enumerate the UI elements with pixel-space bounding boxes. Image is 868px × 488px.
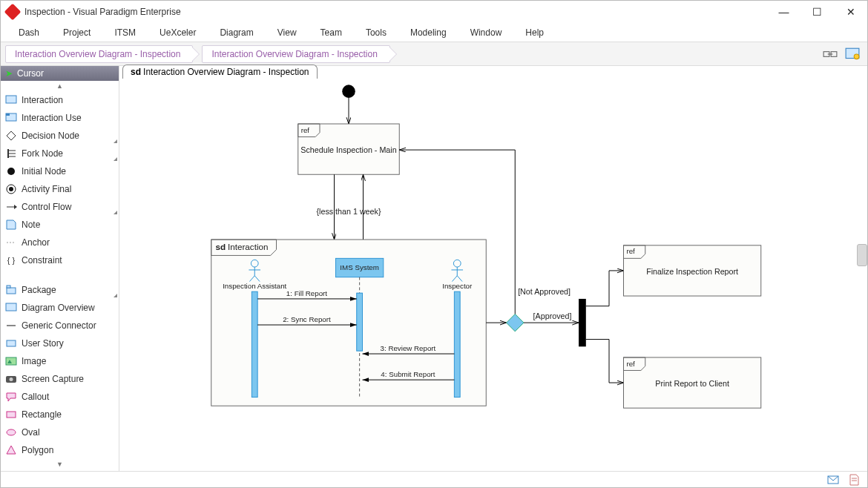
status-bar bbox=[1, 471, 867, 487]
ref-finalize-inspection-report[interactable]: ref Finalize Inspection Report bbox=[624, 245, 761, 296]
diagram-canvas[interactable]: sd Interaction Overview Diagram - Inspec… bbox=[119, 66, 867, 471]
palette-polygon[interactable]: Polygon bbox=[1, 441, 119, 459]
anchor-icon bbox=[5, 237, 17, 248]
interaction-use-icon bbox=[5, 112, 17, 124]
svg-point-29 bbox=[7, 429, 16, 435]
menu-window[interactable]: Window bbox=[458, 24, 514, 41]
svg-rect-20 bbox=[7, 286, 10, 288]
palette-collapse-bottom[interactable]: ▼ bbox=[1, 459, 119, 469]
app-window: Inspection - Visual Paradigm Enterprise … bbox=[0, 0, 868, 488]
close-button[interactable]: ✕ bbox=[834, 1, 867, 23]
svg-text:ref: ref bbox=[626, 248, 635, 256]
palette-initial-node[interactable]: Initial Node bbox=[1, 162, 119, 180]
svg-text:Schedule Inspection - Main: Schedule Inspection - Main bbox=[300, 145, 396, 154]
palette-activity-final[interactable]: Activity Final bbox=[1, 180, 119, 198]
initial-node-icon bbox=[5, 165, 17, 177]
mail-icon[interactable] bbox=[827, 474, 839, 486]
activity-final-icon bbox=[5, 183, 17, 195]
svg-text:sd Interaction: sd Interaction bbox=[216, 242, 269, 251]
body: ➤ Cursor ▲ Interaction Interaction Use D… bbox=[1, 66, 867, 471]
svg-text:2: Sync Report: 2: Sync Report bbox=[283, 315, 331, 323]
minimize-button[interactable]: — bbox=[767, 1, 800, 23]
menu-diagram[interactable]: Diagram bbox=[208, 24, 265, 41]
svg-rect-21 bbox=[6, 303, 16, 311]
window-title: Inspection - Visual Paradigm Enterprise bbox=[24, 7, 181, 17]
menu-project[interactable]: Project bbox=[51, 24, 102, 41]
maximize-button[interactable]: ☐ bbox=[800, 1, 834, 23]
window-icon[interactable] bbox=[845, 47, 860, 62]
palette-diagram-overview[interactable]: Diagram Overview bbox=[1, 299, 119, 317]
flow-fork-to-print[interactable] bbox=[586, 340, 624, 383]
palette-interaction-use[interactable]: Interaction Use bbox=[1, 109, 119, 127]
menu-dash[interactable]: Dash bbox=[7, 24, 51, 41]
chain-icon[interactable] bbox=[823, 47, 838, 62]
svg-text:4: Submit Report: 4: Submit Report bbox=[381, 370, 435, 378]
diagram-frame-tab: sd Interaction Overview Diagram - Inspec… bbox=[122, 65, 318, 79]
ref-print-report-to-client[interactable]: ref Print Report to Client bbox=[624, 357, 761, 408]
lifeline-ims-activation bbox=[357, 293, 363, 351]
menu-help[interactable]: Help bbox=[513, 24, 556, 41]
palette-anchor[interactable]: Anchor bbox=[1, 234, 119, 251]
palette-package[interactable]: Package bbox=[1, 281, 119, 299]
note-icon bbox=[5, 219, 17, 231]
constraint-icon: { } bbox=[5, 254, 17, 266]
breadcrumb-item-0[interactable]: Interaction Overview Diagram - Inspectio… bbox=[5, 45, 193, 63]
svg-text:3: Review  Report: 3: Review Report bbox=[381, 344, 436, 352]
menu-tools[interactable]: Tools bbox=[354, 24, 398, 41]
titlebar: Inspection - Visual Paradigm Enterprise … bbox=[1, 1, 867, 23]
palette-decision-node[interactable]: Decision Node bbox=[1, 127, 119, 145]
ref-schedule-inspection[interactable]: ref Schedule Inspection - Main bbox=[298, 124, 400, 174]
polygon-icon bbox=[5, 444, 17, 456]
svg-marker-30 bbox=[7, 446, 16, 454]
menu-modeling[interactable]: Modeling bbox=[398, 24, 458, 41]
callout-icon bbox=[5, 391, 17, 403]
guard-approved: [Approved] bbox=[533, 311, 572, 320]
palette-rectangle[interactable]: Rectangle bbox=[1, 406, 119, 423]
decision-node[interactable] bbox=[507, 314, 524, 331]
interaction-frame[interactable]: sd Interaction Inspection Assistant bbox=[211, 240, 487, 406]
cursor-icon: ➤ bbox=[5, 69, 13, 78]
palette-note[interactable]: Note bbox=[1, 216, 119, 234]
menu-team[interactable]: Team bbox=[309, 24, 354, 41]
flow-fork-to-finalize[interactable] bbox=[586, 271, 624, 306]
svg-text:ref: ref bbox=[301, 126, 310, 134]
menu-itsm[interactable]: ITSM bbox=[102, 24, 148, 41]
scroll-handle[interactable] bbox=[857, 244, 867, 266]
breadcrumb: Interaction Overview Diagram - Inspectio… bbox=[1, 42, 867, 66]
control-flow-icon bbox=[5, 201, 17, 213]
interaction-icon bbox=[5, 94, 17, 106]
tool-palette: ➤ Cursor ▲ Interaction Interaction Use D… bbox=[1, 66, 119, 471]
svg-marker-17 bbox=[14, 205, 17, 209]
palette-control-flow[interactable]: Control Flow bbox=[1, 198, 119, 216]
palette-constraint[interactable]: { }Constraint bbox=[1, 251, 119, 269]
svg-rect-23 bbox=[7, 340, 16, 346]
initial-node[interactable] bbox=[342, 85, 355, 98]
screen-capture-icon bbox=[5, 373, 17, 385]
lifeline-assistant bbox=[251, 291, 257, 397]
palette-image[interactable]: Image bbox=[1, 352, 119, 370]
guard-not-approved: [Not Approved] bbox=[518, 287, 571, 296]
svg-marker-8 bbox=[7, 131, 16, 140]
fork-node[interactable] bbox=[579, 299, 586, 346]
palette-callout[interactable]: Callout bbox=[1, 388, 119, 406]
decision-node-icon bbox=[5, 130, 17, 142]
svg-text:Finalize Inspection Report: Finalize Inspection Report bbox=[646, 267, 738, 276]
palette-fork-node[interactable]: Fork Node bbox=[1, 145, 119, 162]
svg-text:Print Report to Client: Print Report to Client bbox=[655, 379, 729, 388]
palette-cursor[interactable]: ➤ Cursor bbox=[1, 66, 119, 81]
palette-collapse-top[interactable]: ▲ bbox=[1, 81, 119, 91]
breadcrumb-item-1[interactable]: Interaction Overview Diagram - Inspectio… bbox=[202, 45, 389, 63]
menubar: Dash Project ITSM UeXceler Diagram View … bbox=[1, 23, 867, 42]
expand-icon bbox=[114, 157, 117, 161]
menu-uexceler[interactable]: UeXceler bbox=[148, 24, 208, 41]
note-status-icon[interactable] bbox=[848, 474, 860, 486]
menu-view[interactable]: View bbox=[266, 24, 309, 41]
palette-screen-capture[interactable]: Screen Capture bbox=[1, 370, 119, 388]
svg-point-4 bbox=[854, 54, 859, 59]
svg-point-27 bbox=[10, 377, 13, 381]
palette-user-story[interactable]: User Story bbox=[1, 334, 119, 352]
svg-text:Inspection Assistant: Inspection Assistant bbox=[223, 282, 286, 290]
palette-oval[interactable]: Oval bbox=[1, 423, 119, 441]
palette-generic-connector[interactable]: Generic Connector bbox=[1, 317, 119, 334]
palette-interaction[interactable]: Interaction bbox=[1, 91, 119, 109]
